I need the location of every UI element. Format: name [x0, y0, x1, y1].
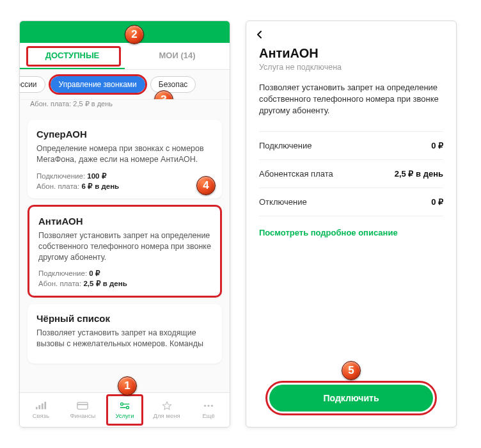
star-icon: [161, 401, 173, 410]
tab-available[interactable]: ДОСТУПНЫЕ: [20, 43, 125, 69]
svg-rect-1: [38, 405, 40, 409]
service-detail-screen: АнтиАОН Услуга не подключена Позволяет у…: [246, 20, 457, 428]
bottom-nav: Связь Финансы Услуги Для меня Ещё 1: [20, 392, 230, 427]
card-desc: Позволяет установить запрет на входящие …: [36, 328, 213, 349]
service-card-superaon[interactable]: СуперАОН Определение номера при звонках …: [28, 120, 222, 198]
callout-badge-5: 5: [342, 361, 361, 380]
cards-scroll: СуперАОН Определение номера при звонках …: [20, 113, 230, 417]
back-button[interactable]: [246, 21, 456, 42]
filter-chips: о России Управление звонками Безопас 3: [20, 70, 230, 100]
svg-point-11: [208, 404, 210, 406]
row-disconnect: Отключение 0 ₽: [259, 188, 443, 216]
row-connect: Подключение 0 ₽: [259, 132, 443, 160]
sliders-icon: [119, 401, 130, 410]
svg-rect-3: [44, 401, 46, 409]
price-table: Подключение 0 ₽ Абонентская плата 2,5 ₽ …: [259, 131, 443, 216]
card-title: АнтиАОН: [38, 216, 211, 227]
svg-rect-0: [36, 406, 38, 409]
tab-mine[interactable]: МОИ (14): [125, 43, 230, 69]
chevron-left-icon: [255, 30, 264, 39]
signal-icon: [35, 401, 47, 410]
svg-point-8: [127, 406, 129, 408]
chip-russia[interactable]: о России: [20, 76, 45, 93]
card-fee: Абон. плата: 6 ₽ в день: [36, 182, 213, 191]
svg-point-10: [204, 404, 206, 406]
card-fee: Абон. плата: 2,5 ₽ в день: [38, 279, 211, 288]
svg-rect-5: [77, 404, 88, 405]
callout-badge-2: 2: [125, 25, 144, 44]
nav-services[interactable]: Услуги: [104, 393, 146, 427]
nav-more[interactable]: Ещё: [187, 393, 230, 427]
connect-button[interactable]: Подключить: [269, 385, 433, 412]
services-list-screen: 2 ДОСТУПНЫЕ МОИ (14) о России Управление…: [19, 20, 230, 428]
card-title: СуперАОН: [36, 129, 213, 140]
card-desc: Определение номера при звонках с номеров…: [36, 143, 213, 165]
dots-icon: [203, 401, 214, 410]
nav-for-me[interactable]: Для меня: [146, 393, 188, 427]
service-card-blacklist[interactable]: Чёрный список Позволяет установить запре…: [28, 304, 222, 364]
chip-security[interactable]: Безопас: [150, 76, 196, 93]
card-connect: Подключение: 100 ₽: [36, 172, 213, 180]
service-card-antiaon[interactable]: АнтиАОН Позволяет установить запрет на о…: [28, 205, 222, 298]
card-icon: [77, 401, 88, 410]
svg-rect-4: [77, 402, 88, 409]
detail-description: Позволяет установить запрет на определен…: [259, 82, 443, 117]
detail-link[interactable]: Посмотреть подробное описание: [259, 228, 443, 237]
detail-title: АнтиАОН: [259, 46, 443, 61]
nav-finances[interactable]: Финансы: [62, 393, 104, 427]
card-desc: Позволяет установить запрет на определен…: [38, 230, 211, 263]
nav-connectivity[interactable]: Связь: [20, 393, 62, 427]
svg-point-12: [211, 404, 213, 406]
header-green: 2: [20, 21, 230, 43]
svg-rect-2: [42, 403, 43, 409]
card-title: Чёрный список: [36, 313, 213, 324]
chip-call-management[interactable]: Управление звонками: [51, 76, 145, 93]
row-fee: Абонентская плата 2,5 ₽ в день: [259, 160, 443, 188]
tabs: ДОСТУПНЫЕ МОИ (14): [20, 43, 230, 70]
card-connect: Подключение: 0 ₽: [38, 269, 211, 278]
chips-meta: Абон. плата: 2,5 ₽ в день: [20, 100, 230, 113]
detail-subtitle: Услуга не подключена: [259, 63, 443, 72]
svg-point-6: [121, 403, 123, 405]
